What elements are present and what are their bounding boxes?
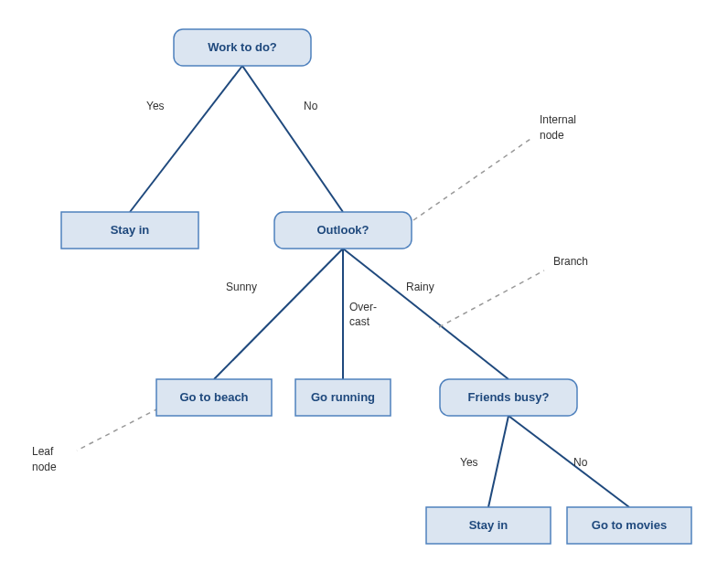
annotation-branch: Branch <box>553 255 588 268</box>
edge-label-friends-yes: Yes <box>460 456 478 469</box>
annotation-internal1: Internal <box>540 113 576 126</box>
node-stayin2-label: Stay in <box>469 518 509 532</box>
edge-friends-yes <box>488 416 509 507</box>
node-root-label: Work to do? <box>208 40 277 54</box>
annotation-leaf1: Leaf <box>32 445 54 458</box>
annotation-leaf2: node <box>32 461 57 473</box>
annotation-line-leaf <box>77 408 158 451</box>
edge-label-friends-no: No <box>573 456 588 469</box>
edge-label-outlook-over1: Over- <box>349 301 377 313</box>
edge-root-yes <box>130 66 242 212</box>
edge-label-outlook-over2: cast <box>349 315 370 328</box>
edge-outlook-rainy <box>343 249 509 379</box>
edge-label-root-no: No <box>304 100 318 112</box>
edge-label-outlook-sunny: Sunny <box>226 281 257 293</box>
decision-tree-diagram: Yes No Sunny Over- cast Rainy Yes No Wor… <box>0 0 728 562</box>
annotation-internal2: node <box>540 129 564 142</box>
annotation-line-branch <box>439 270 544 327</box>
node-stayin1-label: Stay in <box>111 223 150 237</box>
node-movies-label: Go to movies <box>592 518 667 532</box>
node-beach-label: Go to beach <box>179 390 248 404</box>
annotation-line-internal <box>413 139 530 220</box>
edge-label-outlook-rainy: Rainy <box>406 281 434 293</box>
edge-root-no <box>242 66 343 212</box>
edge-label-root-yes: Yes <box>146 100 165 112</box>
node-running-label: Go running <box>311 390 375 404</box>
edge-friends-no <box>509 416 629 507</box>
edge-outlook-sunny <box>214 249 343 379</box>
node-friends-label: Friends busy? <box>468 390 550 404</box>
node-outlook-label: Outlook? <box>316 223 369 237</box>
